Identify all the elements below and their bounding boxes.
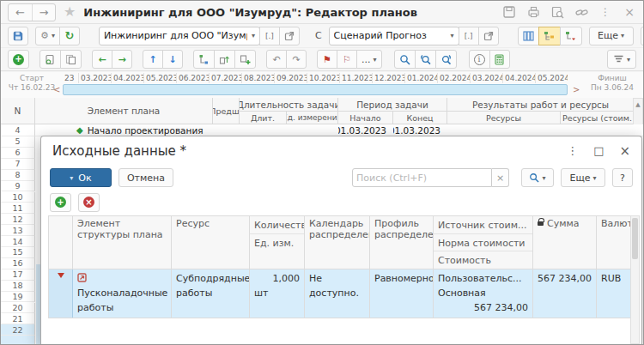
row-number[interactable]: 17 [1,269,35,281]
move-down-button[interactable]: ↓ [162,50,183,69]
plan-row-element[interactable]: ◆ Начало проектирования [35,124,338,136]
scenario-choose-button[interactable]: [.] [459,27,479,45]
help-button[interactable]: ? [641,27,644,45]
dialog-delete-button[interactable]: × [78,193,100,212]
save-window-settings-icon[interactable] [502,5,516,19]
plan-open-button[interactable] [279,27,300,45]
cell-resource[interactable]: Субподрядные работы [172,269,250,318]
plan-row-start-date[interactable]: 01.03.2023 [338,124,393,136]
add-row-button[interactable]: + [8,50,29,69]
cell-element[interactable]: Пусконаладочные работы [73,269,172,318]
zoom-out-button[interactable] [415,50,436,69]
row-number[interactable]: 11 [1,203,35,214]
row-number[interactable]: 7 [1,159,35,170]
col-header-resources[interactable]: Ресурсы [447,112,561,124]
zoom-in-button[interactable] [435,50,457,69]
cancel-button[interactable]: Отмена [118,168,173,187]
col-header-num[interactable]: N [1,98,35,124]
col-header-start[interactable]: Начало [338,112,393,124]
ok-button[interactable]: ▾ Ок [50,168,112,187]
row-number[interactable]: 6 [1,148,35,159]
row-number[interactable]: 13 [1,225,35,236]
row-number[interactable]: 10 [1,192,35,203]
preview-icon[interactable] [550,5,564,19]
scroll-right-chevron[interactable]: > [573,85,580,94]
scrollbar-thumb[interactable] [632,218,638,259]
zoom-button[interactable] [394,50,416,69]
col-header-duration-group[interactable]: Длительность задачи [240,98,338,112]
row-number[interactable]: 16 [1,258,35,269]
scenario-input[interactable]: Сценарий Прогноз ▾ [329,27,459,45]
col-header-element[interactable]: Элемент плана [35,98,213,124]
subtasks-button[interactable] [193,50,215,69]
window-close-icon[interactable]: × [623,5,636,19]
cell-profile[interactable]: Равномерно [370,269,434,318]
redo-button[interactable]: ↷ [286,50,307,69]
back-button[interactable]: ← [9,4,32,21]
filter-button[interactable]: ▾ [607,50,636,69]
dialog-more-button[interactable]: Еще▾ [561,168,605,187]
row-number[interactable]: 22 [1,324,35,336]
scroll-left-chevron[interactable]: < [53,85,60,94]
dialog-help-button[interactable]: ? [612,168,633,187]
plan-input[interactable]: Инжиниринг для ООО "Изумруд" ▾ [99,27,260,45]
col-header-end[interactable]: Конец [393,112,447,124]
row-selector[interactable] [49,269,73,318]
info-button[interactable]: i [469,50,490,69]
get-link-icon[interactable] [574,5,588,19]
search-input[interactable] [352,168,492,187]
milestone-button[interactable]: ⚑ [317,50,337,69]
row-number[interactable]: 5 [1,136,35,148]
col-header-resources-cost[interactable]: Ресурсы (стоим. [561,112,635,124]
cell-quantity[interactable]: 1,000 шт [250,269,305,318]
table-row[interactable]: Пусконаладочные работы Субподрядные рабо… [49,269,635,318]
row-number[interactable]: 4 [1,124,35,136]
settings-button[interactable]: ⚙▾ [35,27,60,45]
deadline-button[interactable]: ⚐ [337,50,357,69]
columns-view-button[interactable] [518,27,539,45]
tree-collapse-button[interactable] [560,27,582,45]
plan-row-end-date[interactable]: 01.03.2023 [393,124,447,136]
link-task-button[interactable] [214,50,235,69]
clear-search-icon[interactable]: × [492,168,509,187]
search-options-button[interactable]: ▾ [521,168,554,187]
dialog-close-icon[interactable]: × [619,143,630,159]
calculator-button[interactable] [489,50,510,69]
col-header-unit[interactable]: Ед. измерения [287,112,338,124]
cell-currency[interactable]: RUB [597,269,635,318]
cell-sum[interactable]: 567 234,00 [533,269,597,318]
row-number[interactable]: 8 [1,170,35,181]
plan-choose-button[interactable]: [.] [259,27,280,45]
forward-button[interactable]: → [32,4,55,21]
col-currency[interactable]: Валюта [597,216,635,269]
col-resource[interactable]: Ресурс [172,216,250,269]
move-up-button[interactable]: ↑ [143,50,163,69]
row-number[interactable] [1,336,35,345]
refresh-button[interactable]: ↻ [59,27,80,45]
row-number[interactable]: 14 [1,236,35,247]
col-profile[interactable]: Профиль распределения [370,216,434,269]
row-number[interactable]: 21 [1,313,35,324]
dialog-maximize-icon[interactable]: □ [593,144,604,157]
col-sum[interactable]: Сумма [533,216,597,269]
col-header-predecessor[interactable]: Предш. [213,98,240,124]
timeline-gantt-bar[interactable] [63,84,568,95]
col-quantity[interactable]: Количество Ед. изм. [250,216,305,269]
cell-calendar[interactable]: Не доступно. [305,269,370,318]
chevron-down-icon[interactable]: ▾ [451,32,454,39]
col-header-period-group[interactable]: Период задачи [338,98,447,112]
more-button[interactable]: Еще▾ [589,27,634,45]
row-number[interactable]: 18 [1,281,35,292]
add-subtask-button[interactable] [234,50,256,69]
row-number[interactable]: 12 [1,214,35,225]
outdent-button[interactable]: ← [92,50,112,69]
dialog-add-button[interactable]: + [50,193,71,212]
print-icon[interactable] [526,5,540,19]
chevron-down-icon[interactable]: ▾ [252,32,255,39]
row-number[interactable]: 15 [1,247,35,258]
copy-row-button[interactable] [39,50,61,69]
indent-button[interactable]: → [112,50,132,69]
favorite-star-icon[interactable]: ★ [64,5,76,19]
plan-row-resources[interactable] [447,124,644,136]
save-button[interactable] [8,27,28,45]
